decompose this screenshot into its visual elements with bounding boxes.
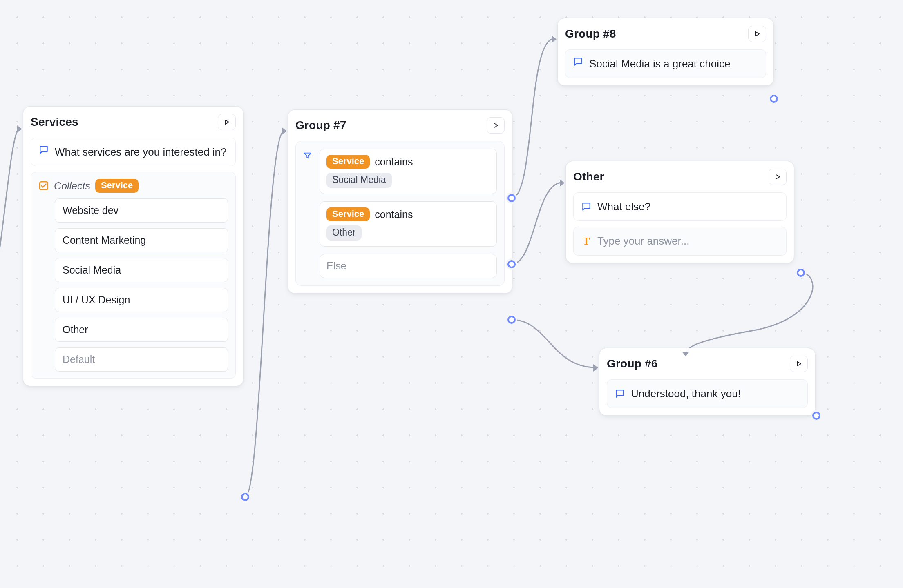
condition-op: contains bbox=[375, 209, 413, 220]
option-item[interactable]: Website dev bbox=[55, 198, 228, 223]
node-title: Group #8 bbox=[565, 27, 616, 40]
condition-else[interactable]: Else bbox=[320, 254, 497, 278]
flow-canvas[interactable]: .edge{fill:none;stroke:#9aa0b0;stroke-wi… bbox=[0, 0, 903, 588]
port-group6-out[interactable] bbox=[812, 412, 820, 420]
text-input-placeholder: Type your answer... bbox=[597, 234, 689, 248]
chat-icon bbox=[581, 201, 592, 212]
message-text: Social Media is a great choice bbox=[589, 56, 730, 71]
chat-icon bbox=[573, 56, 583, 67]
option-item[interactable]: Other bbox=[55, 318, 228, 342]
node-title: Services bbox=[31, 116, 78, 129]
node-title: Other bbox=[573, 170, 604, 183]
chat-icon bbox=[615, 388, 625, 399]
variable-pill: Service bbox=[326, 155, 370, 169]
condition-op: contains bbox=[375, 156, 413, 168]
play-icon bbox=[795, 360, 802, 368]
port-group8-out[interactable] bbox=[770, 95, 778, 103]
chat-icon bbox=[38, 145, 49, 155]
option-default[interactable]: Default bbox=[55, 347, 228, 372]
collects-label: Collects bbox=[54, 180, 90, 192]
arrow-in-other bbox=[560, 179, 565, 187]
variable-pill: Service bbox=[326, 207, 370, 221]
variable-pill: Service bbox=[95, 179, 139, 193]
play-icon bbox=[774, 173, 781, 180]
node-services[interactable]: Services What services are you intereste… bbox=[23, 106, 244, 386]
play-icon bbox=[223, 118, 230, 126]
condition-item[interactable]: Service contains Other bbox=[320, 201, 497, 247]
arrow-in-group8 bbox=[552, 36, 557, 43]
condition-value: Social Media bbox=[326, 173, 392, 188]
condition-item[interactable]: Service contains Social Media bbox=[320, 149, 497, 194]
play-icon bbox=[492, 122, 499, 129]
filter-icon bbox=[303, 151, 312, 278]
question-text: What else? bbox=[597, 199, 650, 214]
port-other-out[interactable] bbox=[797, 269, 805, 277]
option-item[interactable]: Content Marketing bbox=[55, 228, 228, 252]
option-item[interactable]: UI / UX Design bbox=[55, 288, 228, 312]
text-input-icon: T bbox=[581, 235, 592, 247]
node-other[interactable]: Other What else? T Type your answer... bbox=[565, 161, 794, 263]
message-block[interactable]: Social Media is a great choice bbox=[565, 49, 766, 78]
question-block[interactable]: What else? bbox=[573, 192, 787, 221]
condition-block[interactable]: Service contains Social Media Service co… bbox=[295, 141, 505, 286]
option-list: Website dev Content Marketing Social Med… bbox=[38, 198, 228, 372]
message-block[interactable]: Understood, thank you! bbox=[607, 379, 808, 408]
port-group7-cond2[interactable] bbox=[507, 260, 516, 268]
arrow-in-group6-left bbox=[593, 364, 598, 372]
collect-block[interactable]: Collects Service Website dev Content Mar… bbox=[31, 172, 236, 379]
text-input-block[interactable]: T Type your answer... bbox=[573, 227, 787, 255]
port-group7-cond1[interactable] bbox=[507, 194, 516, 202]
play-icon bbox=[753, 30, 761, 38]
play-button[interactable] bbox=[218, 114, 236, 130]
play-button[interactable] bbox=[769, 169, 787, 185]
node-group7[interactable]: Group #7 Service contains Social Media bbox=[288, 109, 512, 294]
play-button[interactable] bbox=[748, 26, 766, 42]
question-block[interactable]: What services are you interested in? bbox=[31, 138, 236, 166]
port-group7-else[interactable] bbox=[507, 316, 516, 324]
message-text: Understood, thank you! bbox=[631, 386, 741, 401]
node-title: Group #7 bbox=[295, 119, 346, 132]
node-group8[interactable]: Group #8 Social Media is a great choice bbox=[557, 18, 774, 86]
play-button[interactable] bbox=[487, 117, 505, 134]
option-item[interactable]: Social Media bbox=[55, 258, 228, 282]
node-title: Group #6 bbox=[607, 357, 658, 370]
condition-value: Other bbox=[326, 225, 362, 241]
checkbox-icon bbox=[38, 180, 49, 191]
node-group6[interactable]: Group #6 Understood, thank you! bbox=[599, 348, 816, 416]
arrow-in-group7 bbox=[282, 127, 287, 135]
play-button[interactable] bbox=[790, 356, 808, 372]
question-text: What services are you interested in? bbox=[55, 145, 227, 159]
port-services-default[interactable] bbox=[241, 493, 249, 501]
arrow-in-services bbox=[17, 125, 22, 133]
arrow-in-group6-top bbox=[682, 352, 689, 356]
